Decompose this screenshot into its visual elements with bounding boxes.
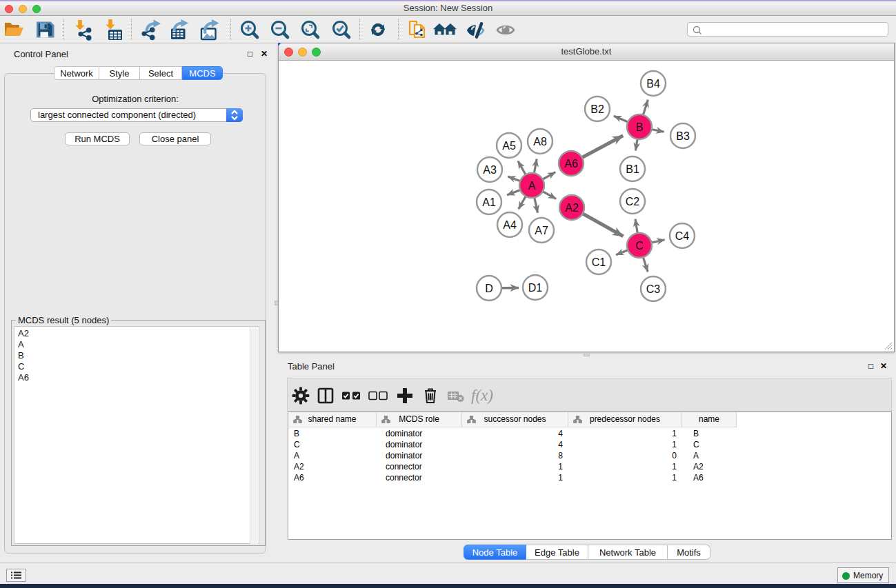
svg-text:A5: A5 [502, 140, 516, 152]
svg-text:C: C [635, 240, 644, 252]
svg-text:C2: C2 [626, 196, 640, 207]
svg-text:C3: C3 [646, 283, 661, 295]
svg-text:B4: B4 [646, 78, 660, 90]
svg-text:C1: C1 [592, 256, 606, 268]
svg-text:A: A [528, 180, 536, 192]
svg-text:B: B [636, 121, 644, 133]
svg-text:B1: B1 [626, 163, 639, 175]
svg-text:A8: A8 [533, 136, 547, 148]
svg-text:D: D [485, 283, 493, 294]
svg-text:A6: A6 [564, 158, 578, 170]
svg-text:B2: B2 [590, 103, 604, 115]
svg-text:C4: C4 [675, 230, 690, 242]
svg-text:A3: A3 [483, 164, 497, 176]
svg-text:A4: A4 [503, 219, 517, 231]
svg-text:A2: A2 [565, 202, 579, 214]
svg-text:B3: B3 [676, 130, 690, 142]
svg-text:A1: A1 [482, 196, 496, 208]
svg-text:A7: A7 [535, 225, 548, 236]
svg-text:D1: D1 [528, 282, 543, 294]
